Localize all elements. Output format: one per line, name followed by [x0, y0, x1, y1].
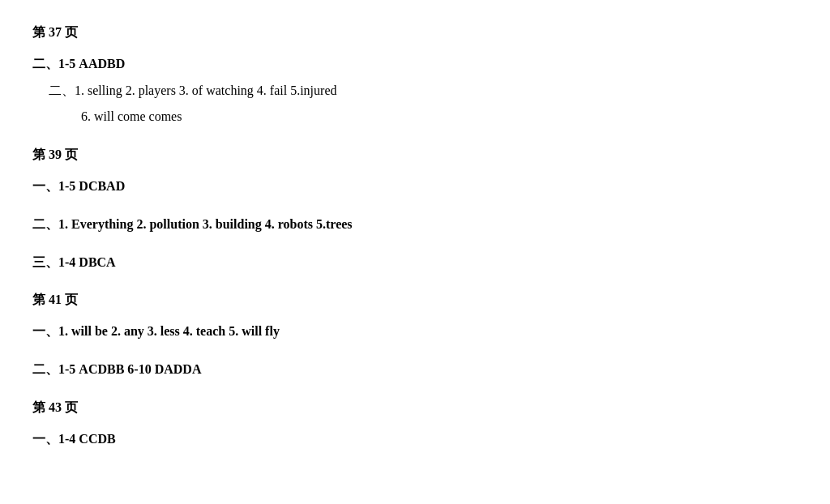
- answer-line-1: 二、1. selling 2. players 3. of watching 4…: [49, 79, 798, 103]
- section-label-p43-s1: 一、1-4 CCDB: [32, 428, 798, 451]
- section-label-p37-s1: 二、1-5 AADBD: [32, 53, 798, 76]
- section-label-p41-s1: 一、1. will be 2. any 3. less 4. teach 5. …: [32, 320, 798, 344]
- page-37-heading: 第 37 页: [32, 21, 798, 45]
- section-p39-s2: 二、1. Everything 2. pollution 3. building…: [32, 213, 798, 237]
- section-label-p39-s3: 三、1-4 DBCA: [32, 251, 798, 275]
- section-p39-s1: 一、1-5 DCBAD: [32, 175, 798, 199]
- section-label-p39-s1: 一、1-5 DCBAD: [32, 175, 798, 199]
- page-39-heading: 第 39 页: [32, 143, 798, 167]
- section-label-p41-s2: 二、1-5 ACDBB 6-10 DADDA: [32, 358, 798, 382]
- answer-line-2: 6. will come comes: [81, 105, 798, 129]
- section-p39-s3: 三、1-4 DBCA: [32, 251, 798, 275]
- page-43-heading: 第 43 页: [32, 396, 798, 420]
- section-p41-s1: 一、1. will be 2. any 3. less 4. teach 5. …: [32, 320, 798, 344]
- section-p41-s2: 二、1-5 ACDBB 6-10 DADDA: [32, 358, 798, 382]
- section-p37-s1: 二、1-5 AADBD 二、1. selling 2. players 3. o…: [32, 53, 798, 129]
- section-label-p39-s2: 二、1. Everything 2. pollution 3. building…: [32, 213, 798, 237]
- content-container: 第 37 页 二、1-5 AADBD 二、1. selling 2. playe…: [32, 21, 798, 451]
- section-p43-s1: 一、1-4 CCDB: [32, 428, 798, 451]
- page-41-heading: 第 41 页: [32, 288, 798, 312]
